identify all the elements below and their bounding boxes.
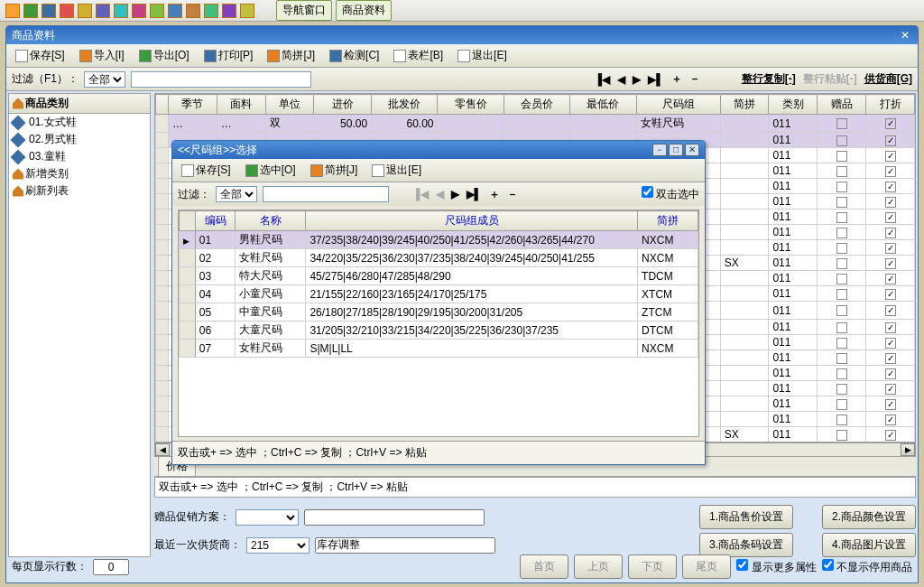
first-page-button[interactable]: 首页 — [520, 554, 568, 579]
dialog-exit-button[interactable]: 退出[E] — [368, 161, 425, 180]
maximize-icon[interactable]: □ — [669, 144, 683, 156]
rows-per-page-label: 每页显示行数： — [12, 559, 88, 574]
export-button[interactable]: 导出[O] — [135, 46, 193, 65]
toolbar-icon[interactable] — [240, 4, 254, 18]
nav-tab[interactable]: 商品资料 — [336, 0, 392, 21]
filter-label: 过滤（F1）： — [12, 71, 79, 87]
dialog-simple-button[interactable]: 简拼[J] — [307, 161, 362, 180]
table-row[interactable]: 03特大尺码45/275|46/280|47/285|48/290TDCM — [180, 267, 698, 285]
supplier-button[interactable]: 供货商[G] — [864, 71, 912, 87]
simple-button[interactable]: 简拼[J] — [263, 46, 319, 65]
nav-last-icon[interactable]: ▶▌ — [648, 73, 664, 86]
row-copy-button[interactable]: 整行复制[-] — [742, 71, 796, 87]
next-page-button[interactable]: 下页 — [628, 554, 677, 579]
main-toolbar: 保存[S] 导入[I] 导出[O] 打印[P] 简拼[J] 检测[C] 表栏[B… — [6, 44, 918, 68]
dialog-save-button[interactable]: 保存[S] — [178, 161, 235, 180]
toolbar-icon[interactable] — [96, 4, 110, 18]
tree-item[interactable]: 03.童鞋 — [9, 148, 150, 165]
promo-label: 赠品促销方案： — [154, 509, 230, 525]
last-supplier-name-input[interactable] — [315, 537, 495, 554]
dialog-hint: 双击或+ => 选中 ；Ctrl+C => 复制 ；Ctrl+V => 粘贴 — [172, 441, 705, 464]
tree-header: 商品类别 — [9, 94, 150, 114]
promo-select[interactable] — [236, 509, 299, 526]
dialog-filter-scope[interactable]: 全部 — [216, 186, 257, 202]
footer: 每页显示行数： 首页 上页 下页 尾页 显示更多属性 不显示停用商品 — [12, 554, 912, 579]
add-category-button[interactable]: 新增类别 — [9, 165, 150, 182]
scroll-right-icon[interactable]: ▶ — [901, 443, 915, 456]
last-page-button[interactable]: 尾页 — [682, 554, 731, 579]
toolbar-icon[interactable] — [23, 4, 38, 18]
image-settings-button[interactable]: 4.商品图片设置 — [822, 533, 916, 557]
print-button[interactable]: 打印[P] — [200, 46, 257, 65]
nav-first-icon[interactable]: ▐◀ — [595, 73, 611, 86]
table-row[interactable]: ……双50.0060.00女鞋尺码011 — [156, 115, 915, 133]
toolbar-icon[interactable] — [60, 4, 74, 18]
promo-name-input[interactable] — [304, 509, 485, 526]
nav-tab[interactable]: 导航窗口 — [276, 0, 332, 21]
nav-next-icon[interactable]: ▶ — [633, 73, 641, 86]
last-supplier-select[interactable]: 215 — [246, 537, 310, 554]
tree-item[interactable]: 01.女式鞋 — [9, 114, 150, 131]
prev-page-button[interactable]: 上页 — [574, 554, 623, 579]
filter-input[interactable] — [131, 71, 311, 88]
tree-item[interactable]: 02.男式鞋 — [9, 131, 150, 148]
app-toolbar: 导航窗口 商品资料 — [0, 0, 924, 22]
filter-scope-select[interactable]: 全部 — [84, 71, 125, 88]
dialog-titlebar: <<尺码组>>选择 － □ ✕ — [172, 141, 705, 159]
dialog-filter-input[interactable] — [263, 186, 389, 202]
nav-del-icon[interactable]: － — [689, 71, 700, 87]
dialog-filter-label: 过滤： — [178, 187, 210, 202]
last-supplier-label: 最近一次供货商： — [154, 537, 241, 553]
barcode-settings-button[interactable]: 3.商品条码设置 — [699, 533, 793, 557]
columns-button[interactable]: 表栏[B] — [390, 46, 447, 65]
price-settings-button[interactable]: 1.商品售价设置 — [699, 505, 793, 529]
show-more-checkbox[interactable]: 显示更多属性 — [736, 559, 816, 575]
toolbar-icon[interactable] — [5, 4, 20, 18]
dialog-toolbar: 保存[S] 选中[O] 简拼[J] 退出[E] — [172, 159, 705, 182]
table-row[interactable]: 05中童尺码26/180|27/185|28/190|29/195|30/200… — [180, 303, 698, 321]
toolbar-icon[interactable] — [204, 4, 218, 18]
table-row[interactable]: 04小童尺码21/155|22/160|23/165|24/170|25/175… — [180, 285, 698, 303]
table-row[interactable]: 01男鞋尺码37/235|38/240|39/245|40/250|41/255… — [180, 231, 698, 249]
nav-first-icon: ▐◀ — [412, 188, 429, 200]
scroll-left-icon[interactable]: ◀ — [155, 443, 170, 456]
save-button[interactable]: 保存[S] — [12, 46, 69, 65]
refresh-list-button[interactable]: 刷新列表 — [9, 182, 150, 200]
nav-add-icon[interactable]: ＋ — [489, 187, 500, 202]
minimize-icon[interactable]: － — [652, 144, 667, 156]
toolbar-icon[interactable] — [78, 4, 92, 18]
rows-per-page-input[interactable] — [93, 559, 129, 575]
close-icon[interactable]: ✕ — [685, 144, 699, 156]
toolbar-icon[interactable] — [150, 4, 164, 18]
toolbar-icon[interactable] — [222, 4, 236, 18]
close-icon[interactable]: ✕ — [898, 29, 912, 42]
window-title: 商品资料 — [12, 28, 55, 43]
dbl-click-select-checkbox[interactable]: 双击选中 — [642, 186, 699, 202]
category-tree: 商品类别 01.女式鞋02.男式鞋03.童鞋 新增类别 刷新列表 — [8, 93, 151, 557]
nav-next-icon[interactable]: ▶ — [451, 188, 459, 200]
import-button[interactable]: 导入[I] — [76, 46, 128, 65]
toolbar-icon[interactable] — [186, 4, 200, 18]
filter-row: 过滤（F1）： 全部 ▐◀ ◀ ▶ ▶▌ ＋ － 整行复制[-] 整行粘贴[-]… — [6, 68, 918, 91]
hint-text: 双击或+ => 选中 ；Ctrl+C => 复制 ；Ctrl+V => 粘贴 — [154, 477, 916, 498]
toolbar-icon[interactable] — [114, 4, 128, 18]
color-settings-button[interactable]: 2.商品颜色设置 — [822, 505, 916, 529]
row-paste-button: 整行粘贴[-] — [803, 71, 857, 87]
check-button[interactable]: 检测[C] — [326, 46, 383, 65]
toolbar-icon[interactable] — [168, 4, 182, 18]
nav-prev-icon[interactable]: ◀ — [617, 73, 625, 86]
hide-disabled-checkbox[interactable]: 不显示停用商品 — [822, 559, 912, 575]
dialog-select-button[interactable]: 选中[O] — [242, 161, 300, 180]
size-group-dialog: <<尺码组>>选择 － □ ✕ 保存[S] 选中[O] 简拼[J] 退出[E] … — [171, 140, 706, 465]
toolbar-icon[interactable] — [42, 4, 56, 18]
toolbar-icon[interactable] — [132, 4, 146, 18]
table-row[interactable]: 07女鞋尺码S|M|L|LLNXCM — [180, 340, 698, 358]
nav-last-icon[interactable]: ▶▌ — [467, 188, 483, 200]
table-row[interactable]: 02女鞋尺码34/220|35/225|36/230|37/235|38/240… — [180, 249, 698, 267]
nav-add-icon[interactable]: ＋ — [671, 71, 682, 87]
size-group-grid[interactable]: 编码名称尺码组成员简拼01男鞋尺码37/235|38/240|39/245|40… — [178, 210, 699, 437]
dialog-title: <<尺码组>>选择 — [178, 143, 257, 158]
exit-button[interactable]: 退出[E] — [454, 46, 511, 65]
table-row[interactable]: 06大童尺码31/205|32/210|33/215|34/220|35/225… — [180, 321, 698, 340]
nav-del-icon[interactable]: － — [507, 187, 518, 202]
